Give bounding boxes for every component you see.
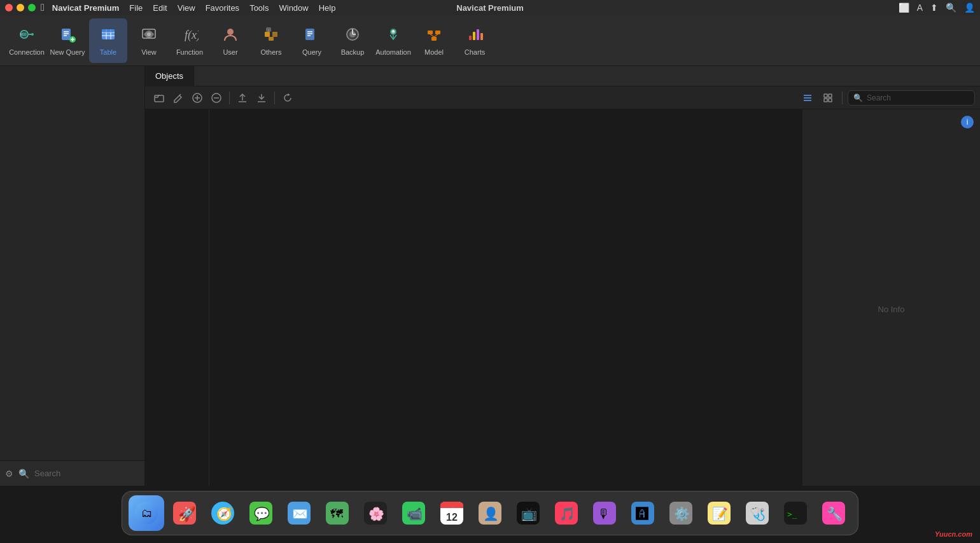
menu-edit[interactable]: Edit xyxy=(148,0,172,15)
model-label: Model xyxy=(424,48,444,56)
dock-podcasts[interactable]: 🎙 xyxy=(587,495,622,531)
view-label: View xyxy=(141,48,157,56)
toolbar-backup[interactable]: Backup xyxy=(333,18,372,63)
dock-terminal[interactable]: >_ xyxy=(778,495,813,531)
svg-rect-47 xyxy=(477,29,479,40)
delete-button[interactable] xyxy=(207,90,225,106)
svg-text:12月: 12月 xyxy=(445,507,456,513)
dock-messages[interactable]: 💬 xyxy=(243,495,279,531)
toolbar-others[interactable]: Others xyxy=(252,18,290,63)
import-button[interactable] xyxy=(234,90,251,106)
dock-photos[interactable]: 🌸 xyxy=(358,495,393,531)
query-icon xyxy=(303,25,321,46)
app-name: Navicat Premium xyxy=(52,3,120,13)
dock-launchpad[interactable]: 🚀 xyxy=(167,495,202,531)
menu-window[interactable]: Window xyxy=(274,0,313,15)
minimize-button[interactable] xyxy=(17,4,24,11)
apple-menu[interactable]:  xyxy=(41,2,45,13)
backup-label: Backup xyxy=(341,48,365,56)
toolbar-model[interactable]: Model xyxy=(415,18,453,63)
dock-area: 🗂 🚀 🧭 💬 ✉️ 🗺 🌸 📹 1212月 xyxy=(0,486,980,543)
dock-maps[interactable]: 🗺 xyxy=(319,495,355,531)
toolbar-view[interactable]: View xyxy=(130,18,168,63)
svg-rect-17 xyxy=(102,29,115,32)
toolbar-function[interactable]: f(x) Function xyxy=(171,18,209,63)
dock-appstore[interactable]: 🅰 xyxy=(625,495,661,531)
svg-point-38 xyxy=(393,30,395,32)
dock: 🗂 🚀 🧭 💬 ✉️ 🗺 🌸 📹 1212月 xyxy=(122,491,858,535)
dock-notes[interactable]: 📝 xyxy=(701,495,737,531)
user-icon: 👤 xyxy=(964,3,975,13)
grid-view-button[interactable] xyxy=(819,90,837,106)
menu-favorites[interactable]: Favorites xyxy=(200,0,244,15)
automation-label: Automation xyxy=(375,48,411,56)
airdrop-icon: ⬆ xyxy=(930,3,938,13)
design-button[interactable] xyxy=(169,90,187,106)
toolbar-automation[interactable]: Automation xyxy=(374,18,412,63)
sidebar-gear-icon[interactable]: ⚙ xyxy=(5,469,13,479)
menubar-right: ⬜ A ⬆ 🔍 👤 xyxy=(899,3,975,13)
menu-file[interactable]: File xyxy=(124,0,148,15)
search-input[interactable] xyxy=(867,93,969,102)
table-icon xyxy=(99,25,117,46)
close-button[interactable] xyxy=(5,4,13,11)
info-icon[interactable]: i xyxy=(961,116,974,128)
svg-rect-64 xyxy=(829,94,832,97)
toolbar-charts[interactable]: Charts xyxy=(456,18,494,63)
new-button[interactable] xyxy=(188,90,206,106)
connection-icon xyxy=(18,25,36,46)
dock-system-preferences[interactable]: ⚙️ xyxy=(663,495,699,531)
tab-objects[interactable]: Objects xyxy=(145,66,194,86)
toolbar: Connection New Query xyxy=(0,15,980,66)
toolbar-new-query[interactable]: New Query xyxy=(48,18,87,63)
screen-icon: ⬜ xyxy=(899,3,909,13)
refresh-button[interactable] xyxy=(279,90,297,106)
user-icon xyxy=(221,25,239,46)
toolbar-connection[interactable]: Connection xyxy=(8,18,46,63)
svg-rect-42 xyxy=(431,37,437,41)
svg-rect-45 xyxy=(469,36,472,40)
dock-safari[interactable]: 🧭 xyxy=(205,495,241,531)
toolbar-table[interactable]: Table xyxy=(89,18,127,63)
search-icon: 🔍 xyxy=(853,93,863,102)
function-label: Function xyxy=(176,48,203,56)
others-icon xyxy=(262,25,280,46)
connection-label: Connection xyxy=(9,48,45,56)
toolbar-user[interactable]: User xyxy=(211,18,249,63)
dock-contacts[interactable]: 👤 xyxy=(472,495,508,531)
tabs-bar: Objects xyxy=(145,66,980,86)
svg-rect-4 xyxy=(20,33,22,36)
user-label: User xyxy=(223,48,237,56)
svg-text:💬: 💬 xyxy=(254,506,270,521)
list-view-button[interactable] xyxy=(799,90,816,106)
dock-finder[interactable]: 🗂 xyxy=(129,495,164,531)
dock-doctor[interactable]: 🩺 xyxy=(739,495,775,531)
svg-rect-66 xyxy=(829,99,832,102)
content-row: i No Info xyxy=(145,109,980,486)
dock-facetime[interactable]: 📹 xyxy=(396,495,431,531)
sidebar-content xyxy=(0,66,144,460)
content-wrapper: Objects xyxy=(145,66,980,486)
dock-music[interactable]: 🎵 xyxy=(549,495,584,531)
dock-calendar[interactable]: 1212月 xyxy=(434,495,470,531)
spotlight-icon: 🔍 xyxy=(946,3,956,13)
traffic-lights xyxy=(5,4,36,11)
dock-mail[interactable]: ✉️ xyxy=(281,495,317,531)
svg-text:>_: >_ xyxy=(787,509,797,519)
export-button[interactable] xyxy=(253,90,270,106)
dock-navicat[interactable]: 🔧 xyxy=(816,495,851,531)
svg-rect-26 xyxy=(266,27,271,32)
menu-help[interactable]: Help xyxy=(314,0,341,15)
watermark: Yuucn.com xyxy=(935,530,972,538)
svg-text:🅰: 🅰 xyxy=(636,507,648,521)
menu-view[interactable]: View xyxy=(172,0,200,15)
menu-tools[interactable]: Tools xyxy=(244,0,274,15)
toolbar-query[interactable]: Query xyxy=(293,18,331,63)
font-icon: A xyxy=(917,3,923,13)
svg-point-3 xyxy=(31,33,34,36)
maximize-button[interactable] xyxy=(28,4,36,11)
open-button[interactable] xyxy=(150,90,168,106)
dock-appletv[interactable]: 📺 xyxy=(510,495,546,531)
right-panel: i No Info xyxy=(802,109,980,486)
sidebar-search-input[interactable] xyxy=(34,469,141,478)
